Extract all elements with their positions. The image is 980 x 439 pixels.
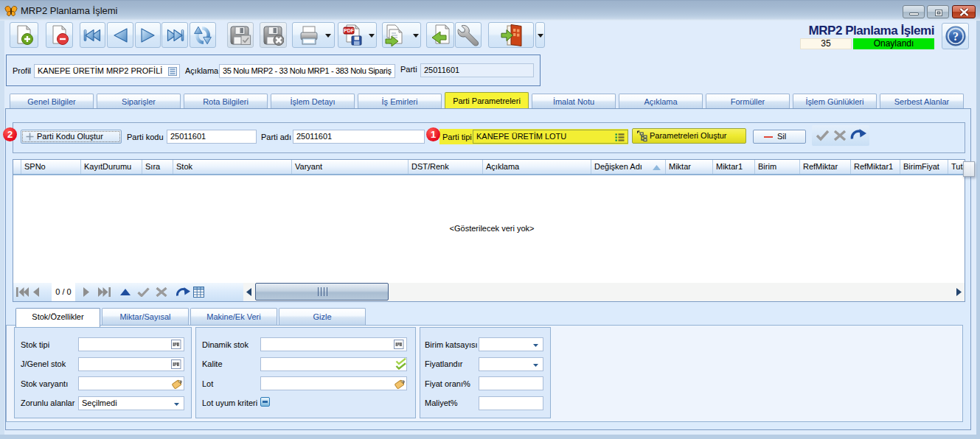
svg-text:?: ?: [953, 30, 959, 43]
svg-text:PDF: PDF: [344, 28, 355, 33]
